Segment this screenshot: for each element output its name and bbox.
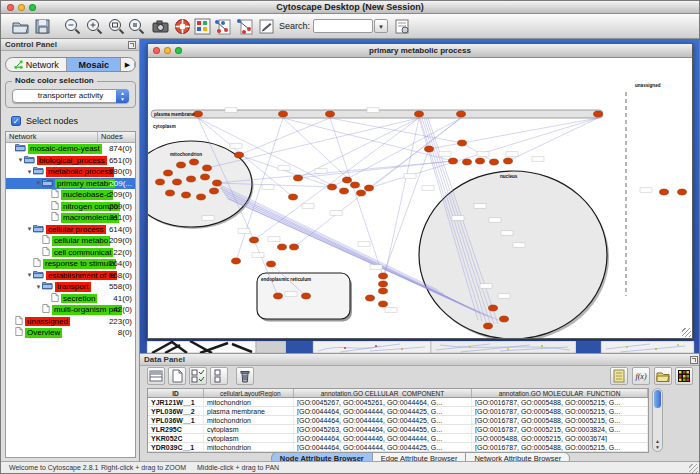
graph-node[interactable]: [210, 188, 219, 194]
tree-item-primary-metabo[interactable]: ▼primary metabo209(...: [6, 178, 135, 190]
column-header-0[interactable]: ID: [148, 389, 204, 397]
tree-item-unassigned[interactable]: unassigned223(0): [6, 316, 135, 328]
zoom-window-button[interactable]: [29, 4, 36, 11]
layout-2-icon[interactable]: [235, 17, 254, 36]
table-icon[interactable]: [147, 367, 165, 385]
graph-node[interactable]: [274, 293, 283, 299]
snapshot-icon[interactable]: [151, 17, 170, 36]
vizmapper-icon[interactable]: [193, 17, 212, 36]
zoom-selected-icon[interactable]: [127, 17, 146, 36]
minimize-view-button[interactable]: [164, 47, 171, 54]
graph-node[interactable]: [201, 174, 210, 180]
tree-item-response-to-stimulu[interactable]: response to stimulu264(0): [6, 258, 135, 270]
tree-column-nodes[interactable]: Nodes: [98, 132, 135, 142]
graph-node[interactable]: [267, 261, 276, 267]
import-folder-icon[interactable]: [654, 367, 672, 385]
graph-node[interactable]: [250, 237, 259, 243]
heatmap-icon[interactable]: [675, 367, 693, 385]
graph-node[interactable]: [213, 180, 222, 186]
zoom-view-button[interactable]: [175, 47, 182, 54]
tree-item-cellular-process[interactable]: ▼cellular process614(0): [6, 224, 135, 236]
table-scrollbar[interactable]: ▲ ▼: [652, 388, 663, 452]
tab-network[interactable]: Network: [6, 58, 67, 71]
tree-item-nucleobase-c[interactable]: nucleobase-c209(0): [6, 189, 135, 201]
annotation-icon[interactable]: [257, 17, 276, 36]
graph-node[interactable]: [182, 192, 191, 198]
search-dropdown-button[interactable]: ▾: [374, 19, 388, 33]
graph-node[interactable]: [365, 185, 374, 191]
save-icon[interactable]: [33, 17, 52, 36]
table-row[interactable]: YKR052Ccytoplasm[GO:0044464, GO:0044446,…: [148, 434, 648, 443]
graph-node[interactable]: [490, 159, 499, 165]
select-nodes-checkbox[interactable]: ✓: [11, 116, 21, 126]
tree-item-secretion[interactable]: secretion41(0): [6, 293, 135, 305]
graph-node[interactable]: [504, 158, 513, 164]
view-resize-grip[interactable]: [682, 328, 691, 337]
trash-icon[interactable]: [236, 367, 254, 385]
table-row[interactable]: YJR121W__1mitochondrion[GO:0045267, GO:0…: [148, 398, 648, 407]
expander-icon[interactable]: ▼: [35, 180, 42, 186]
graph-node[interactable]: [232, 258, 241, 264]
graph-node[interactable]: [660, 189, 669, 195]
graph-node[interactable]: [340, 188, 349, 194]
table-row[interactable]: YLR295Ccytoplasm[GO:0045263, GO:0044464,…: [148, 425, 648, 434]
graph-node[interactable]: [457, 111, 466, 117]
graph-node[interactable]: [203, 165, 212, 171]
graph-node[interactable]: [173, 179, 182, 185]
graph-node[interactable]: [294, 175, 303, 181]
graph-node[interactable]: [177, 162, 186, 168]
network-view-titlebar[interactable]: primary metabolic process: [148, 44, 692, 58]
graph-node[interactable]: [302, 293, 311, 299]
graph-node[interactable]: [328, 184, 337, 190]
select-all-icon[interactable]: [189, 367, 207, 385]
tree-item-multi-organism-pro[interactable]: multi-organism pro42(0): [6, 304, 135, 316]
graph-node[interactable]: [463, 159, 472, 165]
tree-item-cell-communicat[interactable]: cell communicat22(0): [6, 247, 135, 259]
tree-item-cellular-metabo[interactable]: cellular metabo209(0): [6, 235, 135, 247]
column-header-3[interactable]: annotation.GO MOLECULAR_FUNCTION: [472, 389, 648, 397]
table-row[interactable]: YPL036W__1mitochondrion[GO:0044464, GO:0…: [148, 416, 648, 425]
graph-node[interactable]: [166, 190, 175, 196]
expander-icon[interactable]: ▼: [26, 226, 33, 232]
column-header-2[interactable]: annotation.GO CELLULAR_COMPONENT: [294, 389, 472, 397]
scroll-down-arrow[interactable]: ▼: [653, 444, 662, 450]
graph-node[interactable]: [187, 176, 196, 182]
expander-icon[interactable]: ▼: [17, 157, 24, 163]
float-panel-icon[interactable]: [128, 41, 136, 49]
search-input[interactable]: [313, 19, 373, 33]
graph-node[interactable]: [425, 146, 434, 152]
graph-node[interactable]: [343, 177, 352, 183]
graph-node[interactable]: [190, 159, 199, 165]
expander-icon[interactable]: ▼: [26, 169, 33, 175]
expander-icon[interactable]: ▼: [26, 272, 33, 278]
help-icon[interactable]: [173, 17, 192, 36]
tree-item-metabolic-process[interactable]: ▼metabolic process280(0): [6, 166, 135, 178]
graph-node[interactable]: [678, 189, 687, 195]
network-graph[interactable]: plasma membranecytoplasmmitochondrionnuc…: [148, 58, 692, 338]
graph-node[interactable]: [164, 170, 173, 176]
graph-node[interactable]: [278, 244, 287, 250]
graph-node[interactable]: [500, 316, 509, 322]
zoom-fit-icon[interactable]: [107, 17, 126, 36]
graph-node[interactable]: [379, 273, 388, 279]
graph-node[interactable]: [357, 190, 366, 196]
tree-item-transport[interactable]: ▼transport558(0): [6, 281, 135, 293]
graph-node[interactable]: [379, 301, 388, 307]
graph-node[interactable]: [197, 194, 206, 200]
float-data-panel-icon[interactable]: [690, 356, 698, 364]
table-row[interactable]: YPL036W__2plasma membrane[GO:0044464, GO…: [148, 407, 648, 416]
graph-node[interactable]: [415, 111, 424, 117]
graph-node[interactable]: [194, 111, 203, 117]
layout-1-icon[interactable]: [213, 17, 232, 36]
tree-item-establishment-of-lo[interactable]: ▼establishment of lo558(0): [6, 270, 135, 282]
zoom-out-icon[interactable]: [63, 17, 82, 36]
close-view-button[interactable]: [153, 47, 160, 54]
graph-node[interactable]: [476, 158, 485, 164]
graph-node[interactable]: [290, 244, 299, 250]
node-color-dropdown[interactable]: transporter activity ▲▼: [12, 89, 129, 103]
tree-item-nitrogen-compo[interactable]: nitrogen compo209(0): [6, 201, 135, 213]
tree-item-overview[interactable]: Overview8(0): [6, 327, 135, 339]
tab-mosaic[interactable]: Mosaic: [67, 58, 121, 71]
search-config-icon[interactable]: [393, 17, 412, 36]
new-page-icon[interactable]: [168, 367, 186, 385]
